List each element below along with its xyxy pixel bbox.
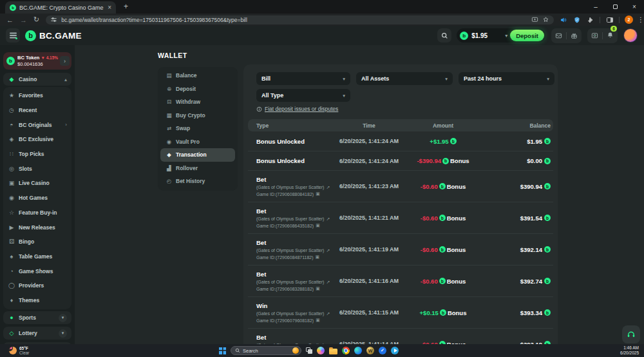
wallet-nav-vault-pro[interactable]: ◉Vault Pro: [160, 135, 235, 149]
wallet-nav-transaction[interactable]: ◆Transaction: [160, 148, 235, 162]
window-close-button[interactable]: ×: [625, 0, 644, 14]
browser-menu-icon[interactable]: ⋮: [638, 16, 644, 23]
bill-select[interactable]: Bill ▾: [256, 72, 350, 85]
browser-tab[interactable]: b BC.GAME: Crypto Casino Game ×: [5, 1, 116, 14]
checkmark-app-icon[interactable]: ✓: [379, 347, 386, 354]
extensions-puzzle-icon[interactable]: [587, 16, 594, 24]
sidebar-item-hot-games[interactable]: ◉Hot Games: [3, 191, 71, 206]
fiat-dispute-link[interactable]: Fiat deposit issues or disputes: [265, 106, 338, 112]
url-bar[interactable]: bc.game/wallet/transaction?time=17503119…: [46, 15, 554, 24]
sidebar-item-themes[interactable]: ♦Themes: [3, 293, 71, 308]
lottery-icon: ◇: [8, 330, 15, 336]
tab-close-icon[interactable]: ×: [108, 5, 111, 11]
tx-balance: $390.94: [520, 183, 542, 190]
windows-taskbar: 65°F Clear Search W ✓ 1:46 AM 6/20/2025: [0, 344, 644, 357]
sidebar-item-table-games[interactable]: ♠Table Games: [3, 249, 71, 264]
copy-icon[interactable]: ▣: [316, 255, 320, 260]
wallet-nav-deposit[interactable]: ⊕Deposit: [160, 82, 235, 96]
copilot-app-icon[interactable]: [317, 347, 325, 354]
sidebar-item-label: Bingo: [19, 238, 67, 245]
bookmark-star-icon[interactable]: [542, 16, 549, 23]
tx-time: 6/20/2025, 1:41:19 AM: [327, 246, 411, 253]
wallet-balance-selector[interactable]: b $1.95 ▾ Deposit: [457, 28, 545, 43]
sidebar-item-label: Slots: [19, 166, 67, 172]
side-panel-icon[interactable]: [606, 16, 614, 24]
hot-games-icon: ◉: [8, 195, 15, 201]
bcgame-logo-text[interactable]: BC.GAME: [39, 31, 82, 41]
task-view-button[interactable]: [306, 347, 312, 354]
transactions-list: Bonus Unlocked6/20/2025, 1:41:24 AM+$1.9…: [248, 131, 553, 344]
period-select[interactable]: Past 24 hours ▾: [459, 72, 554, 85]
wallet-nav-bet-history[interactable]: ◴Bet History: [160, 175, 235, 188]
user-avatar[interactable]: [623, 28, 638, 43]
media-extension-icon[interactable]: [560, 16, 567, 24]
telegram-app-icon[interactable]: [391, 347, 399, 354]
tx-type: Win: [256, 302, 327, 309]
toolbar-divider: [619, 17, 620, 23]
sidebar-item-bingo[interactable]: ⚄Bingo: [3, 235, 71, 249]
sidebar-item-slots[interactable]: ◎Slots: [3, 161, 71, 176]
browser-profile-avatar[interactable]: 2: [625, 15, 633, 24]
edge-app-icon[interactable]: [354, 347, 362, 354]
vault-icon[interactable]: [591, 32, 598, 39]
bc-token-card[interactable]: b BC Token ▼ 4.15% $0.0041636 ›: [3, 52, 71, 70]
sidebar-item-game-shows[interactable]: ◔Game Shows: [3, 264, 71, 278]
wallet-nav-balance[interactable]: ▤Balance: [160, 69, 235, 82]
mail-icon[interactable]: [555, 32, 562, 39]
window-minimize-button[interactable]: –: [586, 0, 605, 14]
shield-extension-icon[interactable]: [573, 16, 581, 24]
sidebar-item-new-releases[interactable]: ▶New Releases: [3, 220, 71, 235]
sidebar-item-live-casino[interactable]: ▣Live Casino: [3, 176, 71, 191]
wallet-nav-withdraw[interactable]: ⊟Withdraw: [160, 95, 235, 109]
sidebar-item-favorites[interactable]: ★Favorites: [3, 88, 71, 103]
reload-icon[interactable]: ↻: [33, 15, 39, 24]
token-expand-button[interactable]: ›: [60, 56, 70, 66]
taskbar-clock[interactable]: 1:46 AM 6/20/2025: [620, 344, 639, 357]
hamburger-menu-button[interactable]: [6, 28, 20, 43]
taskbar-weather-widget[interactable]: 65°F Clear: [9, 346, 30, 356]
wallet-nav-swap[interactable]: ⇄Swap: [160, 122, 235, 135]
deposit-button[interactable]: Deposit: [510, 30, 544, 41]
bcgame-logo-icon[interactable]: b: [25, 30, 36, 41]
new-tab-button[interactable]: +: [124, 2, 128, 11]
notifications-button[interactable]: 6: [607, 30, 614, 41]
chrome-app-icon[interactable]: [342, 347, 350, 354]
sidebar-item-providers[interactable]: ◯Providers: [3, 278, 71, 293]
forward-icon[interactable]: →: [20, 16, 27, 24]
taskbar-search[interactable]: Search: [231, 346, 301, 355]
message-gift-group: [551, 28, 582, 43]
copy-icon[interactable]: ▣: [316, 223, 320, 228]
wallet-nav-label: Buy Crypto: [176, 112, 205, 119]
file-explorer-icon[interactable]: [329, 349, 337, 354]
sidebar-item-lottery[interactable]: ◇ Lottery ▾: [3, 327, 71, 340]
search-icon: [441, 32, 448, 39]
window-maximize-button[interactable]: [605, 0, 625, 14]
site-settings-icon[interactable]: [50, 16, 57, 23]
wallet-nav-rollover[interactable]: ▟Rollover: [160, 162, 235, 175]
install-app-icon[interactable]: [531, 16, 538, 23]
tx-amount: -$0.60: [421, 183, 438, 190]
sidebar-item-feature-buy-in[interactable]: ☆Feature Buy-in: [3, 206, 71, 220]
copy-icon[interactable]: ▣: [316, 318, 320, 323]
start-button[interactable]: [219, 347, 226, 354]
game-app-icon[interactable]: W: [366, 347, 374, 354]
sidebar-item-bc-originals[interactable]: ◓BC Originals›: [3, 117, 71, 132]
sidebar-item-label: Live Casino: [19, 180, 67, 186]
sidebar-item-bc-exclusive[interactable]: ◈BC Exclusive: [3, 132, 71, 147]
copy-icon[interactable]: ▣: [316, 286, 320, 291]
header-search-button[interactable]: [437, 28, 451, 43]
search-highlights-icon: [292, 347, 299, 354]
sidebar-item-sports[interactable]: ● Sports ▾: [3, 311, 71, 324]
gift-icon[interactable]: [571, 32, 578, 39]
type-select[interactable]: All Type ▾: [256, 89, 350, 102]
column-header-balance: Balance: [475, 122, 551, 129]
sidebar-item-casino[interactable]: ◆ Casino ▴: [3, 73, 71, 86]
sidebar-item-recent[interactable]: ◷Recent: [3, 103, 71, 118]
support-chat-button[interactable]: [622, 325, 640, 343]
sidebar-item-top-picks[interactable]: ∷Top Picks: [3, 147, 71, 162]
back-icon[interactable]: ←: [6, 16, 14, 24]
copy-icon[interactable]: ▣: [316, 191, 320, 197]
chevron-down-icon: ▾: [343, 76, 345, 82]
wallet-nav-buy-crypto[interactable]: ▦Buy Crypto: [160, 109, 235, 122]
assets-select[interactable]: All Assets ▾: [356, 72, 453, 85]
